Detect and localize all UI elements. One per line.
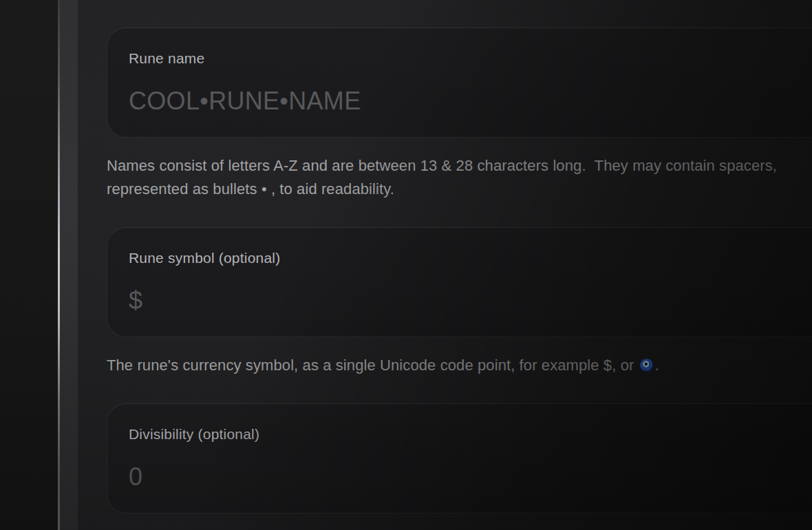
divisibility-label: Divisibility (optional)	[129, 425, 812, 444]
rune-name-help: Names consist of letters A-Z and are bet…	[107, 154, 812, 201]
rune-symbol-help-period: .	[655, 357, 659, 374]
rune-name-input[interactable]	[129, 86, 812, 116]
rune-symbol-help-text: The rune's currency symbol, as a single …	[107, 357, 639, 374]
rune-name-help-line1: Names consist of letters A-Z and are bet…	[107, 154, 812, 178]
etch-rune-form-panel: Rune name Names consist of letters A-Z a…	[78, 0, 812, 530]
outer-background	[0, 0, 58, 530]
rune-name-label: Rune name	[129, 49, 812, 68]
nazar-amulet-icon	[640, 359, 653, 372]
rune-symbol-field[interactable]: Rune symbol (optional)	[107, 227, 812, 337]
rune-name-help-line2: represented as bullets • , to aid readab…	[107, 178, 812, 201]
rune-name-field[interactable]: Rune name	[107, 28, 812, 138]
etch-rune-form: Rune name Names consist of letters A-Z a…	[107, 28, 812, 530]
rune-symbol-input[interactable]	[129, 286, 812, 316]
divisibility-input[interactable]	[129, 462, 812, 492]
panel-edge-strip	[60, 0, 78, 530]
rune-symbol-label: Rune symbol (optional)	[129, 248, 812, 268]
divisibility-field[interactable]: Divisibility (optional)	[107, 403, 812, 513]
rune-symbol-help: The rune's currency symbol, as a single …	[107, 354, 812, 377]
